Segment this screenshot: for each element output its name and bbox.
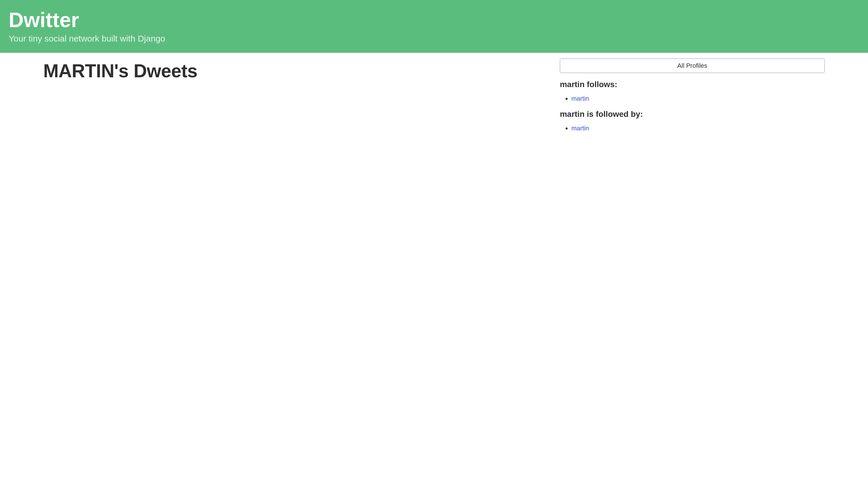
profile-link[interactable]: martin (571, 125, 589, 132)
all-profiles-button[interactable]: All Profiles (560, 59, 825, 73)
page-title: MARTIN's Dweets (43, 60, 560, 82)
list-item: martin (571, 124, 825, 133)
follows-heading: martin follows: (560, 80, 825, 89)
followed-by-heading: martin is followed by: (560, 109, 825, 119)
profile-link[interactable]: martin (571, 95, 589, 102)
follows-list: martin (560, 94, 825, 103)
main-column: MARTIN's Dweets (0, 59, 560, 139)
site-header: Dwitter Your tiny social network built w… (0, 0, 868, 53)
list-item: martin (571, 94, 825, 103)
followed-by-list: martin (560, 124, 825, 133)
site-subtitle: Your tiny social network built with Djan… (9, 34, 859, 43)
sidebar-column: All Profiles martin follows: martin mart… (560, 59, 868, 139)
site-title: Dwitter (9, 9, 859, 31)
content-columns: MARTIN's Dweets All Profiles martin foll… (0, 53, 868, 145)
